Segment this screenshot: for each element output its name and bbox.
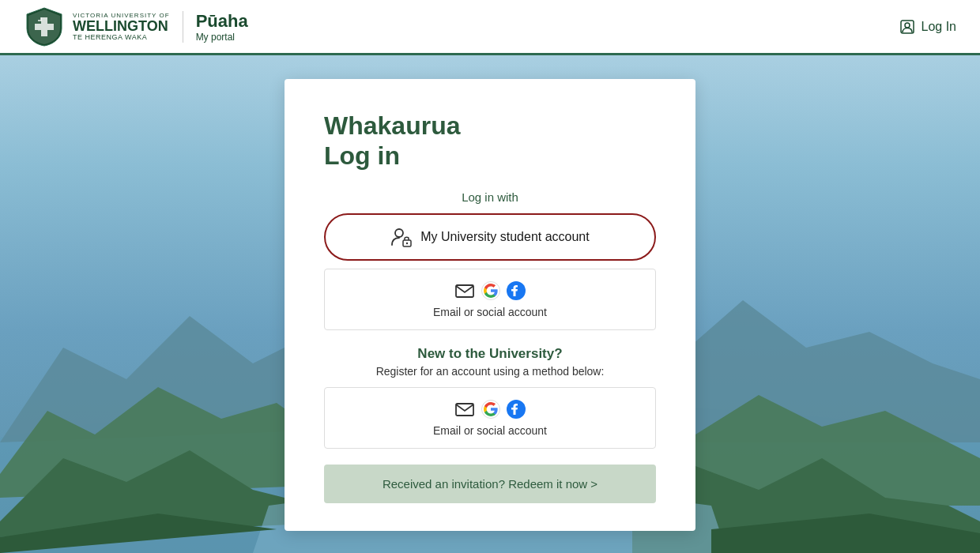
- portal-subtitle: My portal: [196, 32, 248, 43]
- google-icon-1: [481, 281, 500, 300]
- login-with-label: Log in with: [324, 190, 656, 204]
- email-icon-2: [454, 399, 475, 419]
- email-icon-1: [454, 280, 475, 301]
- facebook-icon-1: [507, 281, 526, 300]
- uni-account-button[interactable]: My University student account: [324, 213, 656, 261]
- header: VICTORIA UNIVERSITY OF WELLINGTON TE HER…: [0, 0, 980, 55]
- header-left: VICTORIA UNIVERSITY OF WELLINGTON TE HER…: [24, 6, 248, 47]
- header-divider: [183, 11, 183, 43]
- login-button-label: Log In: [922, 20, 956, 34]
- uni-account-label: My University student account: [420, 230, 589, 244]
- email-social-button-2[interactable]: Email or social account: [324, 387, 656, 449]
- login-link[interactable]: Log In: [899, 19, 956, 35]
- svg-point-2: [905, 23, 910, 28]
- email-social-label-1: Email or social account: [433, 306, 547, 318]
- svg-rect-7: [456, 404, 473, 416]
- new-to-uni-subtitle: Register for an account using a method b…: [324, 365, 656, 378]
- google-icon-2: [481, 400, 500, 419]
- login-title: Whakaurua Log in: [324, 111, 656, 171]
- user-lock-icon: [390, 226, 413, 248]
- wellington-label: WELLINGTON: [73, 19, 170, 33]
- te-herenga-label: TE HERENGA WAKA: [73, 33, 170, 41]
- puaha-label: Pūaha: [196, 11, 248, 32]
- svg-point-3: [395, 229, 403, 237]
- social-icons-2: [454, 399, 526, 419]
- main-content: Whakaurua Log in Log in with My Universi…: [0, 55, 980, 553]
- title-line2: Log in: [324, 141, 656, 171]
- social-icons-1: [454, 280, 526, 301]
- university-shield-icon: [24, 6, 65, 47]
- logo-area: VICTORIA UNIVERSITY OF WELLINGTON TE HER…: [24, 6, 170, 47]
- svg-rect-6: [456, 285, 473, 297]
- email-social-button-1[interactable]: Email or social account: [324, 269, 656, 330]
- invitation-label: Received an invitation? Redeem it now >: [383, 477, 597, 491]
- person-icon: [899, 19, 915, 35]
- title-line1: Whakaurua: [324, 111, 656, 141]
- university-name: VICTORIA UNIVERSITY OF WELLINGTON TE HER…: [73, 12, 170, 41]
- invitation-button[interactable]: Received an invitation? Redeem it now >: [324, 465, 656, 503]
- facebook-icon-2: [507, 400, 526, 419]
- new-to-uni-section: New to the University? Register for an a…: [324, 346, 656, 378]
- email-social-label-2: Email or social account: [433, 424, 547, 437]
- login-card: Whakaurua Log in Log in with My Universi…: [285, 79, 695, 531]
- portal-name: Pūaha My portal: [196, 11, 248, 43]
- svg-point-5: [406, 243, 408, 244]
- new-to-uni-title: New to the University?: [324, 346, 656, 362]
